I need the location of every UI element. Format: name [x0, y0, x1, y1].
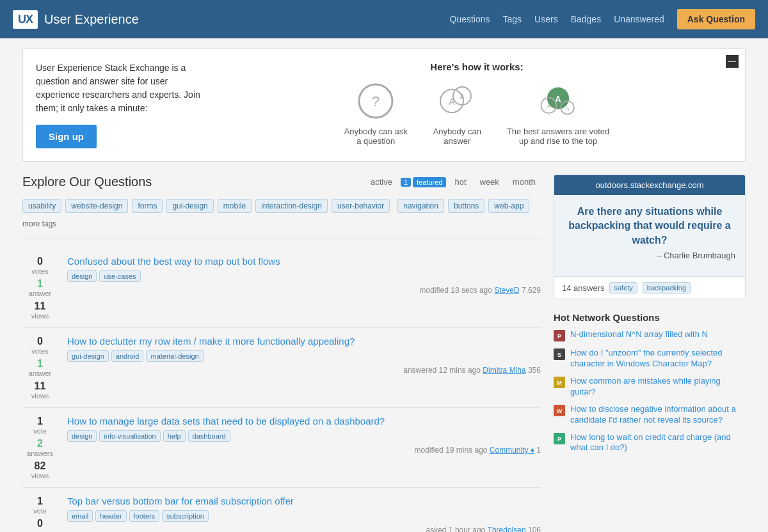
- q-tag[interactable]: info-visualisation: [99, 430, 160, 442]
- tag-gui-design[interactable]: gui-design: [166, 199, 213, 213]
- q-tag[interactable]: help: [163, 430, 186, 442]
- filter-featured-wrapper: 1featured: [401, 177, 447, 187]
- filter-month[interactable]: month: [508, 175, 541, 189]
- ask-question-button[interactable]: Ask Question: [677, 9, 755, 29]
- main-container: User Experience Stack Exchange is a ques…: [13, 38, 755, 532]
- featured-tag-safety[interactable]: safety: [609, 282, 637, 293]
- tags-row: usability website-design forms gui-desig…: [22, 199, 541, 239]
- question-title-link[interactable]: How to declutter my row item / make it m…: [67, 336, 541, 347]
- answer-label: answers: [26, 450, 54, 457]
- tag-interaction-design[interactable]: interaction-design: [255, 199, 328, 213]
- meta-user-link[interactable]: Thredolsen: [488, 526, 526, 532]
- tag-mobile[interactable]: mobile: [218, 199, 252, 213]
- q-tag[interactable]: subscription: [162, 510, 209, 522]
- meta-user-link[interactable]: Community ♦: [490, 446, 534, 455]
- meta-rep: 7,629: [520, 286, 541, 295]
- more-tags-link[interactable]: more tags: [22, 219, 56, 228]
- tag-website-design[interactable]: website-design: [65, 199, 128, 213]
- featured-tag-backpacking[interactable]: backpacking: [643, 282, 691, 293]
- logo-area: UX User Experience: [13, 10, 139, 29]
- q-tag[interactable]: footers: [129, 510, 160, 522]
- meta-rep: 356: [526, 366, 541, 375]
- featured-question-text: Are there any situations while backpacki…: [564, 205, 735, 247]
- answer-label: answer: [26, 370, 54, 377]
- vote-label: vote: [26, 427, 54, 435]
- q-tag[interactable]: android: [111, 350, 144, 362]
- votes-box: 1 vote: [26, 496, 54, 515]
- views-label: views: [26, 392, 54, 400]
- main-nav: Questions Tags Users Badges Unanswered A…: [449, 9, 755, 29]
- meta-user-link[interactable]: Dimitra Miha: [483, 366, 525, 375]
- featured-content: Are there any situations while backpacki…: [554, 195, 745, 276]
- hot-item-link[interactable]: How do I "unzoom" the currently selected…: [570, 348, 746, 370]
- answers-box: 1 answer: [26, 358, 54, 377]
- nav-users[interactable]: Users: [534, 14, 558, 24]
- q-tag[interactable]: material-design: [146, 350, 203, 362]
- filter-tabs: active 1featured hot week month: [365, 175, 541, 189]
- hot-item-link[interactable]: How common are mistakes while playing gu…: [570, 376, 746, 398]
- votes-box: 1 vote: [26, 416, 54, 435]
- views-count: 11: [26, 301, 54, 312]
- svg-text:M: M: [557, 380, 562, 386]
- signup-button[interactable]: Sign up: [36, 125, 97, 148]
- how-it-works-section: Here's how it works: ? Anybody can aska …: [221, 61, 732, 146]
- hot-item-link[interactable]: How long to wait on credit card charge (…: [570, 432, 746, 454]
- sidebar: outdoors.stackexchange.com Are there any…: [554, 175, 746, 532]
- banner-left: User Experience Stack Exchange is a ques…: [36, 61, 202, 148]
- svg-text:A: A: [460, 93, 465, 100]
- q-tag[interactable]: dashboard: [188, 430, 230, 442]
- question-body: Top bar versus bottom bar for email subs…: [67, 496, 541, 532]
- answer-label: answers: [26, 529, 54, 532]
- vote-count: 1: [26, 416, 54, 427]
- site-name: User Experience: [44, 12, 139, 27]
- question-stats: 0 votes 1 answer 11 views: [22, 256, 58, 320]
- tag-usability[interactable]: usability: [22, 199, 61, 213]
- steps-row: ? Anybody can aska question A A: [221, 82, 732, 146]
- q-tag[interactable]: gui-design: [67, 350, 109, 362]
- q-tag[interactable]: header: [95, 510, 126, 522]
- q-tag[interactable]: design: [67, 430, 97, 442]
- filter-hot[interactable]: hot: [449, 175, 471, 189]
- nav-badges[interactable]: Badges: [571, 14, 601, 24]
- tag-navigation[interactable]: navigation: [397, 199, 444, 213]
- tag-forms[interactable]: forms: [132, 199, 163, 213]
- meta-user-link[interactable]: SteveD: [494, 286, 519, 295]
- logo-icon: UX: [13, 10, 38, 29]
- hot-item-link[interactable]: How to disclose negative information abo…: [570, 404, 746, 426]
- nav-tags[interactable]: Tags: [503, 14, 522, 24]
- answer-icon: A A: [438, 82, 476, 120]
- nav-questions[interactable]: Questions: [449, 14, 490, 24]
- question-body: Confused about the best way to map out b…: [67, 256, 541, 320]
- q-tag[interactable]: design: [67, 270, 97, 282]
- question-tags: gui-design android material-design: [67, 350, 541, 362]
- featured-answer-count: 14 answers: [562, 283, 604, 293]
- hot-item-link[interactable]: N-dimensional N^N array filled with N: [570, 329, 708, 340]
- q-tag[interactable]: use-cases: [99, 270, 140, 282]
- featured-question-card: outdoors.stackexchange.com Are there any…: [554, 175, 746, 299]
- answers-box: 2 answers: [26, 438, 54, 457]
- close-banner-button[interactable]: —: [726, 55, 739, 68]
- svg-text:?: ?: [372, 93, 380, 109]
- tag-user-behavior[interactable]: user-behavior: [332, 199, 390, 213]
- filter-featured[interactable]: featured: [413, 177, 446, 187]
- nav-unanswered[interactable]: Unanswered: [614, 14, 664, 24]
- how-it-works-title: Here's how it works:: [221, 61, 732, 72]
- filter-active[interactable]: active: [365, 175, 397, 189]
- views-box: 11 views: [26, 380, 54, 400]
- question-item: 0 votes 1 answer 11 views How to declutt…: [22, 328, 541, 408]
- tag-web-app[interactable]: web-app: [488, 199, 529, 213]
- q-tag[interactable]: email: [67, 510, 93, 522]
- vote-label: vote: [26, 507, 54, 515]
- hot-item-icon: S: [554, 348, 565, 360]
- question-meta: modified 18 secs ago SteveD 7,629: [67, 286, 541, 295]
- filter-week[interactable]: week: [475, 175, 504, 189]
- question-title-link[interactable]: Top bar versus bottom bar for email subs…: [67, 496, 541, 506]
- votes-box: 0 votes: [26, 256, 54, 275]
- main-content: Explore Our Questions active 1featured h…: [22, 175, 541, 532]
- question-stats: 1 vote 0 answers 14 views: [22, 496, 58, 532]
- question-title-link[interactable]: How to manage large data sets that need …: [67, 416, 541, 426]
- question-title-link[interactable]: Confused about the best way to map out b…: [67, 256, 541, 267]
- meta-rep: 106: [526, 526, 541, 532]
- tag-buttons[interactable]: buttons: [448, 199, 484, 213]
- answers-box: 1 answer: [26, 278, 54, 297]
